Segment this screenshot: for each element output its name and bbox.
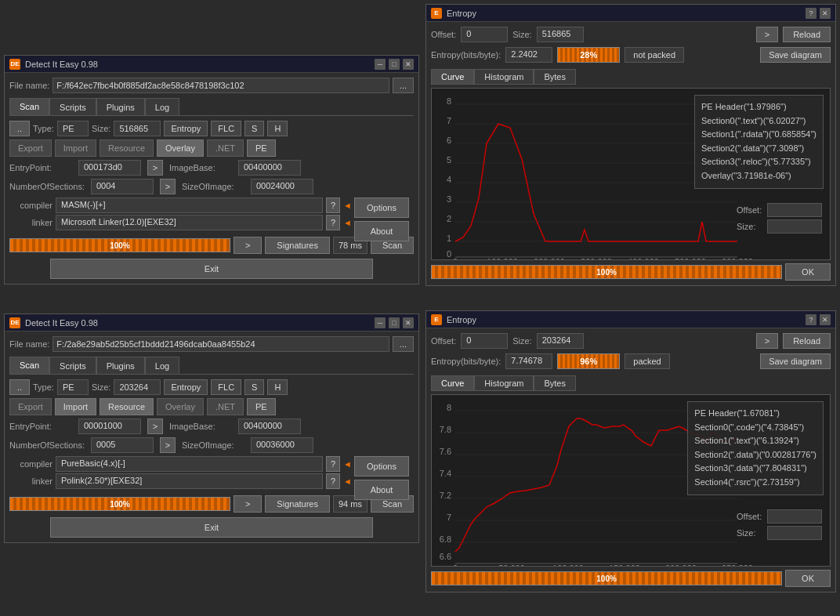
type-val-top: PE (57, 121, 89, 136)
entropy-close-bottom[interactable]: ✕ (820, 314, 831, 325)
die-title-bottom: Detect It Easy 0.98 (25, 318, 375, 328)
size-val-top: 516865 (114, 121, 161, 136)
resource-btn-bottom[interactable]: Resource (100, 398, 154, 415)
resource-btn-top[interactable]: Resource (100, 140, 154, 157)
file-browse-bottom[interactable]: ... (393, 336, 414, 352)
arrow-progress-bottom[interactable]: > (234, 495, 262, 513)
entropy-help-top[interactable]: ? (806, 8, 816, 19)
import-btn-bottom[interactable]: Import (55, 398, 96, 415)
options-btn-top[interactable]: Options (354, 197, 409, 218)
h-btn-top[interactable]: H (267, 121, 288, 136)
offset-label-top: Offset: (431, 30, 456, 39)
file-browse-top[interactable]: ... (393, 78, 414, 93)
signatures-btn-top[interactable]: Signatures (265, 237, 330, 254)
file-input-top[interactable] (52, 78, 389, 93)
pe-btn-top[interactable]: PE (247, 140, 276, 157)
overlay-btn-bottom[interactable]: Overlay (157, 398, 204, 415)
tab-log-bottom[interactable]: Log (145, 357, 179, 374)
tab-scan-top[interactable]: Scan (9, 98, 49, 115)
os-size-top: Size: (737, 219, 822, 234)
export-btn-bottom[interactable]: Export (9, 398, 52, 415)
sizeofimage-label-bottom: SizeOfImage: (182, 440, 244, 450)
die-titlebar-btns-bottom: ─ □ ✕ (375, 317, 414, 328)
export-btn-top[interactable]: Export (9, 140, 52, 157)
dotdot-btn-bottom[interactable]: .. (9, 379, 30, 395)
svg-text:100,000: 100,000 (552, 563, 584, 567)
die-window-bottom: DE Detect It Easy 0.98 ─ □ ✕ File name: … (4, 313, 419, 543)
ent-arrow-bottom[interactable]: > (756, 333, 778, 349)
ep-arrow-bottom[interactable]: > (147, 419, 163, 434)
die-minimize-bottom[interactable]: ─ (375, 317, 386, 328)
overlay-btn-top[interactable]: Overlay (157, 140, 204, 157)
flc-btn-bottom[interactable]: FLC (211, 379, 241, 395)
numsec-label-bottom: NumberOfSections: (9, 440, 85, 450)
import-btn-top[interactable]: Import (55, 140, 96, 157)
exit-btn-bottom[interactable]: Exit (50, 517, 374, 538)
svg-text:7: 7 (447, 116, 451, 125)
pe-btn-bottom[interactable]: PE (247, 398, 276, 415)
arrow-progress-top[interactable]: > (234, 237, 262, 254)
tab-log-top[interactable]: Log (145, 98, 179, 115)
tab-scripts-bottom[interactable]: Scripts (49, 357, 96, 374)
linker-val-bottom: Polink(2.50*)[EXE32] (56, 473, 323, 489)
tab-scripts-top[interactable]: Scripts (49, 98, 96, 115)
reload-bottom[interactable]: Reload (783, 333, 831, 349)
ep-arrow-top[interactable]: > (147, 160, 163, 176)
curve-tab-top[interactable]: Curve (431, 69, 474, 85)
die-close-bottom[interactable]: ✕ (403, 317, 414, 328)
ok-btn-top[interactable]: OK (785, 263, 831, 281)
bytes-tab-bottom[interactable]: Bytes (534, 375, 576, 391)
save-diag-top[interactable]: Save diagram (760, 47, 831, 63)
histogram-tab-top[interactable]: Histogram (474, 69, 534, 85)
entropy-btn-bottom[interactable]: Entropy (164, 379, 208, 395)
exit-btn-top[interactable]: Exit (50, 259, 374, 279)
entropy-help-bottom[interactable]: ? (806, 314, 816, 325)
compiler-q-bottom[interactable]: ? (326, 456, 340, 472)
options-btn-bottom[interactable]: Options (354, 456, 409, 476)
die-close-top[interactable]: ✕ (403, 59, 414, 70)
tab-scan-bottom[interactable]: Scan (9, 357, 49, 374)
dotdot-btn-top[interactable]: .. (9, 121, 30, 136)
flc-btn-top[interactable]: FLC (211, 121, 241, 136)
linker-q-bottom[interactable]: ? (326, 473, 340, 489)
pct-bar-bottom: 96% (557, 353, 620, 369)
tab-plugins-bottom[interactable]: Plugins (96, 357, 145, 374)
compiler-q-top[interactable]: ? (326, 197, 340, 213)
chart-area-top: 8 7 6 5 4 3 2 1 0 (431, 88, 831, 260)
histogram-tab-bottom[interactable]: Histogram (474, 375, 534, 391)
ent-status-bottom: packed (625, 353, 669, 369)
ok-btn-bottom[interactable]: OK (785, 570, 831, 587)
s-btn-top[interactable]: S (244, 121, 264, 136)
signatures-btn-bottom[interactable]: Signatures (265, 495, 330, 513)
svg-text:3: 3 (447, 194, 451, 204)
os-size-bottom: Size: (737, 526, 822, 540)
die-maximize-top[interactable]: □ (389, 59, 400, 70)
about-btn-top[interactable]: About (354, 221, 409, 241)
entropy-btn-top[interactable]: Entropy (164, 121, 208, 136)
die-titlebar-top: DE Detect It Easy 0.98 ─ □ ✕ (5, 56, 418, 73)
bytes-tab-top[interactable]: Bytes (534, 69, 576, 85)
file-input-bottom[interactable] (52, 336, 389, 352)
sizeofimage-label-top: SizeOfImage: (182, 182, 244, 191)
numsec-arrow-bottom[interactable]: > (160, 437, 176, 453)
reload-top[interactable]: Reload (783, 27, 831, 42)
progress-bottom: 100% (9, 497, 230, 511)
numsec-arrow-top[interactable]: > (160, 179, 176, 194)
die-titlebar-btns-top: ─ □ ✕ (375, 59, 414, 70)
net-btn-top[interactable]: .NET (207, 140, 244, 157)
tabs-row-bottom: Scan Scripts Plugins Log (9, 357, 414, 375)
net-btn-bottom[interactable]: .NET (207, 398, 244, 415)
about-btn-bottom[interactable]: About (354, 480, 409, 500)
s-btn-bottom[interactable]: S (244, 379, 264, 395)
svg-text:2: 2 (447, 214, 451, 223)
die-minimize-top[interactable]: ─ (375, 59, 386, 70)
curve-tab-bottom[interactable]: Curve (431, 375, 474, 391)
die-maximize-bottom[interactable]: □ (389, 317, 400, 328)
save-diag-bottom[interactable]: Save diagram (760, 353, 831, 369)
ent-arrow-top[interactable]: > (756, 27, 778, 42)
action-row-bottom: Export Import Resource Overlay .NET PE (9, 398, 414, 415)
h-btn-bottom[interactable]: H (267, 379, 288, 395)
linker-q-top[interactable]: ? (326, 215, 340, 230)
tab-plugins-top[interactable]: Plugins (96, 98, 145, 115)
entropy-close-top[interactable]: ✕ (820, 8, 831, 19)
